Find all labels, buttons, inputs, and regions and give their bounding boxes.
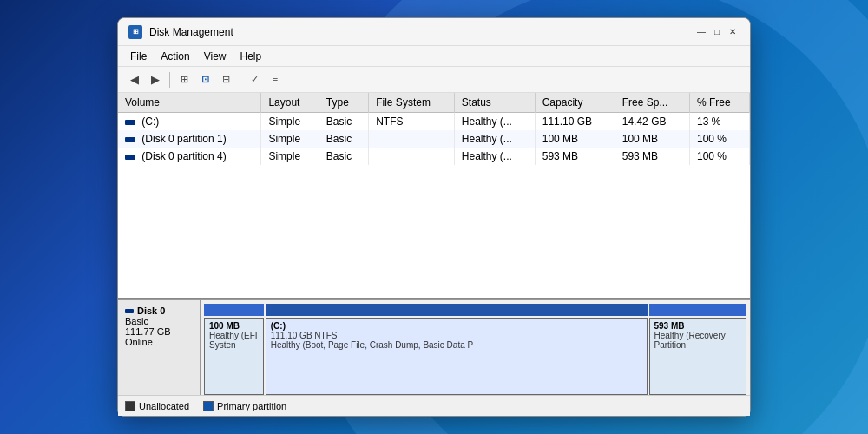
row2-type: Basic — [319, 148, 368, 165]
toolbar-separator-2 — [240, 72, 240, 88]
col-type[interactable]: Type — [319, 93, 368, 113]
disk-partitions: 100 MB Healthy (EFI Systen (C:) 111.10 G… — [201, 300, 750, 395]
maximize-button[interactable]: □ — [710, 25, 724, 39]
row2-layout: Simple — [261, 148, 319, 165]
col-volume[interactable]: Volume — [118, 93, 261, 113]
partition-bar-c — [266, 304, 648, 316]
disk-row-0: Disk 0 Basic 111.77 GB Online — [118, 300, 750, 395]
partition-c-desc: Healthy (Boot, Page File, Crash Dump, Ba… — [271, 340, 642, 350]
table-row[interactable]: (Disk 0 partition 1) Simple Basic Health… — [118, 130, 750, 148]
disk-size: 111.77 GB — [125, 326, 193, 337]
row1-fs — [369, 130, 455, 148]
toolbar-btn-2[interactable]: ⊡ — [195, 70, 214, 89]
row1-volume: (Disk 0 partition 1) — [118, 130, 261, 148]
row0-freespace: 14.42 GB — [615, 113, 689, 131]
partition-rec-desc: Healthy (Recovery Partition — [654, 331, 742, 350]
title-bar-controls: — □ ✕ — [694, 25, 740, 39]
legend-unallocated: Unallocated — [125, 401, 189, 411]
disk-status: Online — [125, 337, 193, 347]
legend-bar: Unallocated Primary partition — [118, 395, 750, 416]
toolbar-btn-5[interactable]: ≡ — [266, 70, 285, 89]
partition-details-row: 100 MB Healthy (EFI Systen (C:) 111.10 G… — [204, 318, 746, 395]
app-icon: ⊞ — [128, 25, 142, 39]
table-row[interactable]: (C:) Simple Basic NTFS Healthy (... 111.… — [118, 113, 750, 131]
table-row[interactable]: (Disk 0 partition 4) Simple Basic Health… — [118, 148, 750, 165]
toolbar: ◀ ▶ ⊞ ⊡ ⊟ ✓ ≡ — [118, 67, 750, 93]
row1-status: Healthy (... — [454, 130, 535, 148]
disk-table: Volume Layout Type File System Status Ca… — [118, 93, 750, 165]
row1-capacity: 100 MB — [535, 130, 615, 148]
row-icon — [125, 155, 135, 160]
disk-graphical-view: Disk 0 Basic 111.77 GB Online — [118, 299, 750, 395]
main-content: Volume Layout Type File System Status Ca… — [118, 93, 750, 416]
disk-label-icon — [125, 309, 134, 313]
menu-help[interactable]: Help — [235, 49, 267, 64]
disk-management-window: ⊞ Disk Management — □ ✕ File Action View… — [117, 17, 751, 417]
row2-status: Healthy (... — [454, 148, 535, 165]
row2-volume: (Disk 0 partition 4) — [118, 148, 261, 165]
row2-freespace: 593 MB — [615, 148, 689, 165]
window-title: Disk Management — [149, 26, 233, 38]
legend-unalloc-label: Unallocated — [139, 401, 189, 411]
minimize-button[interactable]: — — [694, 25, 708, 39]
legend-primary: Primary partition — [203, 401, 286, 411]
row0-layout: Simple — [261, 113, 319, 131]
row-icon — [125, 137, 135, 142]
toolbar-separator-1 — [169, 72, 170, 88]
col-layout[interactable]: Layout — [261, 93, 319, 113]
row1-pctfree: 100 % — [690, 130, 750, 148]
disk-type: Basic — [125, 316, 193, 326]
menu-view[interactable]: View — [199, 49, 232, 64]
title-bar-left: ⊞ Disk Management — [128, 25, 233, 39]
row-icon — [125, 120, 135, 125]
col-freespace[interactable]: Free Sp... — [615, 93, 689, 113]
partition-c-label: (C:) — [271, 321, 642, 331]
row2-capacity: 593 MB — [535, 148, 615, 165]
menu-file[interactable]: File — [125, 49, 152, 64]
partition-detail-recovery[interactable]: 593 MB Healthy (Recovery Partition — [649, 318, 747, 395]
partition-c-size: 111.10 GB NTFS — [271, 331, 642, 340]
row2-fs — [369, 148, 455, 165]
legend-primary-box — [203, 401, 214, 411]
row1-layout: Simple — [261, 130, 319, 148]
menu-bar: File Action View Help — [118, 46, 750, 67]
row0-capacity: 111.10 GB — [535, 113, 615, 131]
col-pctfree[interactable]: % Free — [690, 93, 750, 113]
toolbar-btn-3[interactable]: ⊟ — [216, 70, 235, 89]
back-button[interactable]: ◀ — [125, 70, 144, 89]
legend-unalloc-box — [125, 401, 135, 411]
partition-rec-size: 593 MB — [654, 321, 742, 331]
toolbar-btn-4[interactable]: ✓ — [245, 70, 264, 89]
partition-bar-efi — [204, 304, 264, 316]
row0-type: Basic — [319, 113, 368, 131]
partition-bar-row — [204, 304, 746, 316]
row1-type: Basic — [319, 130, 368, 148]
forward-button[interactable]: ▶ — [146, 70, 165, 89]
row0-volume: (C:) — [118, 113, 261, 131]
partition-efi-desc: Healthy (EFI Systen — [209, 331, 259, 350]
row0-status: Healthy (... — [454, 113, 535, 131]
row1-freespace: 100 MB — [615, 130, 689, 148]
disk-label: Disk 0 Basic 111.77 GB Online — [118, 300, 201, 395]
disk-label-title: Disk 0 — [125, 306, 193, 316]
menu-action[interactable]: Action — [155, 49, 194, 64]
toolbar-btn-1[interactable]: ⊞ — [174, 70, 194, 89]
row0-fs: NTFS — [369, 113, 455, 131]
partition-detail-c[interactable]: (C:) 111.10 GB NTFS Healthy (Boot, Page … — [266, 318, 648, 395]
col-capacity[interactable]: Capacity — [535, 93, 615, 113]
partition-efi-size: 100 MB — [209, 321, 259, 331]
title-bar: ⊞ Disk Management — □ ✕ — [118, 18, 750, 46]
legend-primary-label: Primary partition — [217, 401, 286, 411]
partition-detail-efi[interactable]: 100 MB Healthy (EFI Systen — [204, 318, 264, 395]
close-button[interactable]: ✕ — [726, 25, 740, 39]
col-filesystem[interactable]: File System — [369, 93, 455, 113]
partition-bar-recovery — [649, 304, 747, 316]
table-header-row: Volume Layout Type File System Status Ca… — [118, 93, 750, 113]
row0-pctfree: 13 % — [690, 113, 750, 131]
col-status[interactable]: Status — [454, 93, 535, 113]
disk-table-area[interactable]: Volume Layout Type File System Status Ca… — [118, 93, 750, 299]
row2-pctfree: 100 % — [690, 148, 750, 165]
